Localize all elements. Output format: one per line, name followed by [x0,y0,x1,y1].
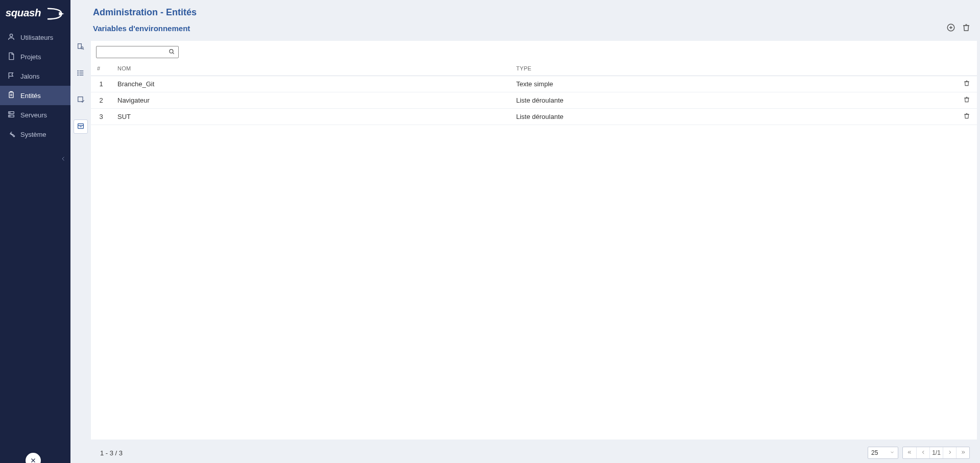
delete-button[interactable] [962,23,971,34]
close-button[interactable] [26,453,41,463]
sidebar: squash Utilisateurs Projets Jalons [0,0,70,463]
svg-point-11 [78,72,78,73]
col-header-name[interactable]: NOM [111,60,510,76]
pager-first-button[interactable] [903,447,916,458]
main: Administration - Entités Variables d'env… [91,0,980,463]
svg-point-16 [170,49,173,53]
trash-icon [963,112,970,121]
sidebar-item-label: Utilisateurs [20,34,53,41]
sidebar-item-users[interactable]: Utilisateurs [0,28,70,47]
sidebar-item-label: Projets [20,53,41,61]
sidebar-nav: Utilisateurs Projets Jalons Entités Serv… [0,28,70,144]
svg-text:squash: squash [6,7,41,18]
toolstrip-search-button[interactable] [74,40,88,54]
page-subtitle: Variables d'environnement [93,24,190,33]
svg-rect-14 [78,124,84,128]
row-delete-button[interactable] [963,96,970,105]
toolstrip [70,0,91,463]
svg-point-12 [78,75,78,75]
row-delete-button[interactable] [963,112,970,121]
svg-point-6 [10,112,10,113]
wrench-icon [7,130,15,139]
sidebar-item-milestones[interactable]: Jalons [0,66,70,86]
table-row[interactable]: 3 SUT Liste déroulante [91,109,977,125]
cell-index: 2 [91,92,111,109]
sidebar-item-system[interactable]: Système [0,125,70,144]
footer: 1 - 3 / 3 25 1/1 [91,443,977,463]
cell-name: Branche_Git [111,76,510,92]
sidebar-item-servers[interactable]: Serveurs [0,105,70,125]
header: Administration - Entités Variables d'env… [91,0,980,38]
chevron-left-icon [921,449,926,456]
search-box [96,46,179,58]
page-title: Administration - Entités [93,7,197,18]
sidebar-item-entities[interactable]: Entités [0,86,70,105]
cell-name: Navigateur [111,92,510,109]
cell-type: Texte simple [510,76,957,92]
pager: 25 1/1 [868,447,970,459]
table-row[interactable]: 1 Branche_Git Texte simple [91,76,977,92]
pager-prev-button[interactable] [916,447,929,458]
server-icon [7,110,15,120]
variables-table: # NOM TYPE 1 Branche_Git Texte simple [91,60,977,125]
cell-type: Liste déroulante [510,109,957,125]
note-check-icon [77,95,85,105]
row-delete-button[interactable] [963,80,970,88]
pager-page-label: 1/1 [929,447,943,458]
search-input[interactable] [100,48,168,56]
cell-index: 3 [91,109,111,125]
plus-circle-icon [946,23,955,34]
svg-point-10 [78,70,78,71]
sidebar-item-label: Entités [20,92,41,100]
table-row[interactable]: 2 Navigateur Liste déroulante [91,92,977,109]
chevrons-left-icon [907,449,912,456]
range-label: 1 - 3 / 3 [100,449,123,457]
toolstrip-list-button[interactable] [74,66,88,81]
flag-icon [7,71,15,81]
variables-icon [77,122,85,132]
chevrons-right-icon [961,449,966,456]
chevron-right-icon [947,449,952,456]
page-size-select[interactable]: 25 [868,447,898,459]
toolstrip-variables-button[interactable] [74,119,88,134]
add-button[interactable] [946,23,955,34]
clipboard-icon [7,91,15,101]
chevron-down-icon [890,449,895,456]
svg-rect-13 [78,96,83,101]
detail-search-icon [77,42,85,52]
sidebar-item-label: Jalons [20,72,40,80]
cell-name: SUT [111,109,510,125]
content-card: # NOM TYPE 1 Branche_Git Texte simple [91,41,977,440]
trash-icon [963,80,970,88]
sidebar-item-label: Système [20,131,46,138]
col-header-type[interactable]: TYPE [510,60,957,76]
user-icon [7,33,15,42]
toolstrip-check-button[interactable] [74,93,88,107]
list-icon [77,69,85,79]
file-icon [7,52,15,62]
svg-point-2 [10,34,12,36]
sidebar-item-projects[interactable]: Projets [0,47,70,66]
trash-icon [962,23,971,34]
cell-type: Liste déroulante [510,92,957,109]
search-icon[interactable] [168,48,175,57]
pager-next-button[interactable] [943,447,956,458]
svg-rect-3 [9,92,13,98]
cell-index: 1 [91,76,111,92]
pager-last-button[interactable] [956,447,969,458]
app-logo: squash [0,0,70,28]
page-size-value: 25 [871,449,878,456]
trash-icon [963,96,970,105]
svg-point-7 [10,115,10,116]
sidebar-collapse-button[interactable] [60,156,66,163]
sidebar-item-label: Serveurs [20,111,47,119]
col-header-index[interactable]: # [91,60,111,76]
